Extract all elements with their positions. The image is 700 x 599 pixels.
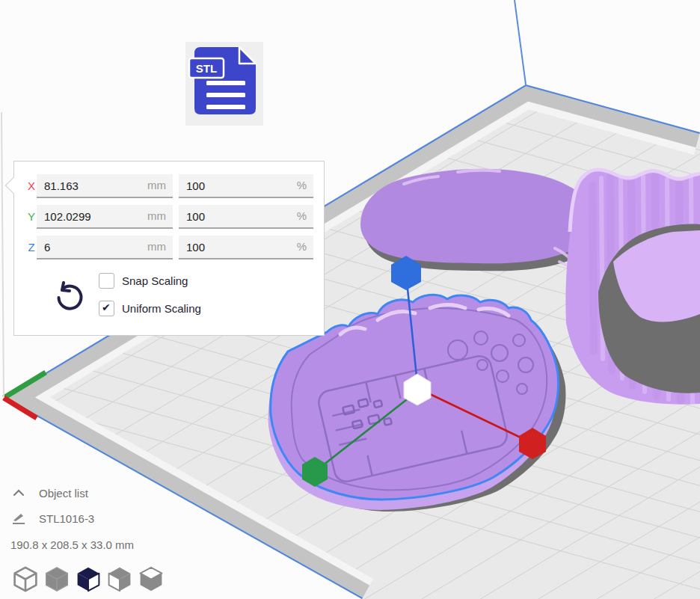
reset-scale-button[interactable] [53, 281, 85, 313]
uniform-scaling-checkbox[interactable] [99, 301, 114, 316]
build-volume-back-edge [515, 0, 526, 85]
pencil-icon [10, 512, 27, 525]
cube-solid-icon [44, 565, 70, 593]
scale-z-percent-input[interactable] [179, 236, 313, 258]
object-dimensions: 190.8 x 208.5 x 33.0 mm [10, 538, 134, 551]
stl-file-badge: STL [185, 42, 263, 126]
object-list-title: Object list [39, 487, 88, 500]
snap-scaling-checkbox[interactable] [99, 273, 114, 289]
cube-wireframe-icon [13, 565, 38, 593]
stl-badge-label: STL [196, 62, 217, 75]
scale-tool-panel: X mm % Y mm % Z mm % [13, 161, 325, 336]
model-lid[interactable] [360, 169, 598, 274]
camera-view-toolbar [10, 562, 166, 595]
scale-z-mm-input[interactable] [37, 236, 173, 258]
scale-x-mm-input[interactable] [37, 174, 173, 197]
object-list-item[interactable]: STL1016-3 [10, 512, 94, 525]
view-front-button[interactable] [42, 562, 72, 595]
model-box[interactable] [565, 169, 700, 405]
cube-left-face-icon [107, 565, 132, 593]
snap-scaling-label: Snap Scaling [122, 274, 188, 287]
uniform-scaling-label: Uniform Scaling [122, 302, 201, 315]
scale-y-mm-input[interactable] [37, 205, 173, 227]
scale-x-percent-input[interactable] [179, 174, 313, 197]
reset-icon [53, 281, 85, 313]
chevron-up-icon[interactable] [10, 486, 27, 500]
view-3d-button[interactable] [10, 562, 40, 595]
document-text-lines [206, 81, 245, 109]
object-list-header[interactable]: Object list [10, 486, 88, 500]
cube-right-face-icon [76, 565, 101, 593]
object-name: STL1016-3 [39, 512, 94, 525]
cube-top-face-icon [138, 565, 164, 593]
cura-viewport: STL X mm % Y mm % Z [0, 0, 700, 599]
view-right-button[interactable] [73, 562, 103, 595]
scale-y-percent-input[interactable] [179, 205, 313, 227]
view-top-button[interactable] [136, 562, 166, 595]
view-left-button[interactable] [105, 562, 135, 595]
build-volume-left-edge [1, 112, 4, 398]
